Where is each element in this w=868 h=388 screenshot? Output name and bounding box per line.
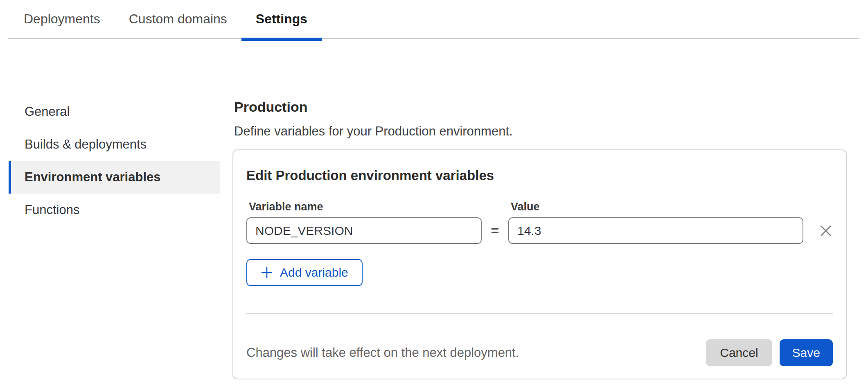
variable-value-input[interactable] [508,217,803,244]
variable-name-column: Variable name [246,200,482,244]
variable-row: Variable name = Value [246,200,833,244]
section-description: Define variables for your Production env… [234,124,847,139]
sidebar-item-general[interactable]: General [9,95,220,128]
card-footer: Changes will take effect on the next dep… [246,339,833,366]
section-title: Production [234,99,847,115]
variable-value-column: Value [508,200,803,244]
card-divider [246,313,833,314]
equals-sign: = [482,217,508,244]
sidebar-item-environment-variables[interactable]: Environment variables [9,161,220,194]
variable-value-label: Value [508,200,803,213]
card-title: Edit Production environment variables [246,167,833,184]
settings-sidebar: General Builds & deployments Environment… [9,95,220,226]
tab-custom-domains[interactable]: Custom domains [115,0,241,38]
add-variable-label: Add variable [280,266,348,280]
save-button[interactable]: Save [780,339,833,366]
sidebar-item-functions[interactable]: Functions [9,194,220,226]
main-content: Production Define variables for your Pro… [232,0,847,379]
remove-variable-button[interactable] [819,224,833,238]
add-variable-button[interactable]: Add variable [246,259,363,286]
tab-deployments[interactable]: Deployments [9,0,115,38]
footer-note: Changes will take effect on the next dep… [246,345,706,360]
cancel-button[interactable]: Cancel [706,339,772,366]
close-icon [819,224,833,238]
variable-name-label: Variable name [246,200,482,213]
environment-variables-card: Edit Production environment variables Va… [232,149,847,379]
sidebar-item-builds-deployments[interactable]: Builds & deployments [9,128,220,161]
remove-variable-cell [819,217,833,244]
variable-name-input[interactable] [246,217,482,244]
plus-icon [261,266,273,279]
